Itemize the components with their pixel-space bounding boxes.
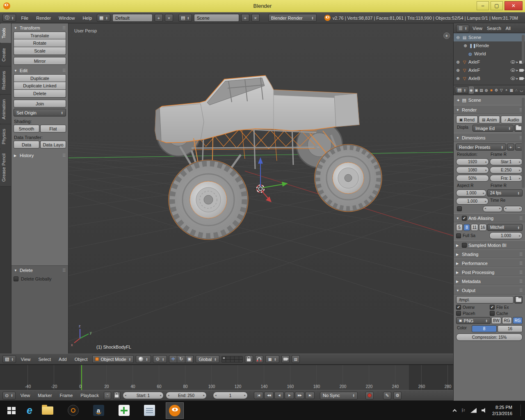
region-expand-button[interactable]: + xyxy=(443,32,450,39)
file-browse-button[interactable] xyxy=(514,296,523,304)
add-screen-layout-button[interactable] xyxy=(155,14,163,22)
resolution-x-field[interactable]: 1920 xyxy=(456,158,489,165)
tab-data-context[interactable]: ▽ xyxy=(499,87,504,94)
frame-start-field[interactable]: Start: 1 xyxy=(123,392,164,399)
opengl-render-anim-button[interactable]: ▤ xyxy=(292,355,300,363)
aspect-y-field[interactable]: 1.000 xyxy=(456,198,488,205)
tab-animation[interactable]: Animation xyxy=(0,95,11,124)
render-still-button[interactable]: ▣Rend xyxy=(456,116,478,123)
outliner-filter-menu[interactable]: All xyxy=(504,25,512,32)
speaker-icon[interactable] xyxy=(482,408,487,413)
anti-aliasing-checkbox[interactable] xyxy=(462,216,467,221)
use-preview-range-button[interactable]: ⏍ xyxy=(104,392,111,399)
viewport-menu-view[interactable]: View xyxy=(18,356,34,363)
post-processing-panel-header[interactable]: Post Processing xyxy=(454,267,525,276)
panel-grip-icon[interactable] xyxy=(62,68,66,73)
frame-end-field[interactable]: End: 250 xyxy=(166,392,207,399)
render-presets-menu[interactable]: Render Presets xyxy=(456,144,506,151)
blender-taskbar-button[interactable] xyxy=(166,402,184,419)
show-desktop-button[interactable] xyxy=(520,404,523,416)
snap-toggle-button[interactable] xyxy=(255,355,263,363)
viewport-3d[interactable]: z y x User Persp (1) ShockBodyFL + xyxy=(68,23,453,354)
outliner-item-world[interactable]: ◍ World xyxy=(454,50,525,58)
eye-icon[interactable] xyxy=(511,60,515,64)
eye-icon[interactable] xyxy=(511,77,515,80)
play-button[interactable]: ▶ xyxy=(285,392,294,399)
scale-manipulator-button[interactable]: ▣ xyxy=(185,355,194,363)
pivot-point-menu[interactable]: ⊙ xyxy=(153,355,167,363)
sampled-motion-blur-checkbox[interactable] xyxy=(462,243,467,248)
panel-expand-icon[interactable] xyxy=(14,154,18,158)
render-visibility-icon[interactable] xyxy=(519,77,523,80)
eye-icon[interactable] xyxy=(511,68,515,72)
tab-physics-context[interactable]: ◡ xyxy=(519,87,524,94)
outliner-item-axlef-2[interactable]: ⊕ ▽ AxleF ▸ xyxy=(454,66,525,74)
tab-texture-context[interactable]: ▦ xyxy=(509,87,514,94)
tab-object-context[interactable]: ■ xyxy=(489,87,493,94)
outliner-item-axleb[interactable]: ⊕ ▽ AxleB ▸ xyxy=(454,74,525,82)
selectability-icon[interactable]: ▸ xyxy=(516,60,518,64)
rotate-manipulator-button[interactable]: ↻ xyxy=(177,355,185,363)
timeline-menu-playback[interactable]: Playback xyxy=(78,392,102,399)
aa-samples-11-button[interactable]: 11 xyxy=(471,224,478,231)
render-anim-button[interactable]: ▤Anim xyxy=(479,116,500,123)
aa-samples-16-button[interactable]: 16 xyxy=(479,224,486,231)
aa-samples-5-button[interactable]: 5 xyxy=(456,224,463,231)
frame-start-field[interactable]: Star:1 xyxy=(490,158,523,165)
timeline-menu-frame[interactable]: Frame xyxy=(57,392,76,399)
lock-time-button[interactable] xyxy=(113,392,121,399)
panel-grip-icon[interactable] xyxy=(519,261,523,265)
set-origin-menu[interactable]: Set Origin xyxy=(14,109,66,116)
snap-element-menu[interactable]: ▦ xyxy=(265,355,279,363)
tab-tools[interactable]: Tools xyxy=(0,23,11,43)
border-checkbox[interactable] xyxy=(457,206,462,211)
output-panel-header[interactable]: Output xyxy=(454,285,525,294)
panel-expand-icon[interactable] xyxy=(456,262,460,265)
mode-menu[interactable]: Object Mode xyxy=(92,355,134,363)
duplicate-button[interactable]: Duplicate xyxy=(14,74,66,82)
anti-aliasing-panel-header[interactable]: Anti-Aliasing xyxy=(454,213,525,222)
internet-explorer-button[interactable] xyxy=(21,402,39,419)
menu-window[interactable]: Window xyxy=(56,15,78,21)
menu-file[interactable]: File xyxy=(18,15,31,21)
panel-expand-icon[interactable] xyxy=(456,289,460,292)
operator-panel-header[interactable]: Delete xyxy=(11,266,68,274)
panel-expand-icon[interactable] xyxy=(456,253,460,256)
aa-filter-menu[interactable]: Mitchell xyxy=(487,224,523,231)
placeholders-checkbox[interactable] xyxy=(456,311,461,316)
aa-samples-8-button[interactable]: 8 xyxy=(463,224,470,231)
translate-manipulator-button[interactable]: ✛ xyxy=(169,355,177,363)
shade-smooth-button[interactable]: Smooth xyxy=(14,125,39,132)
editor-type-button-timeline[interactable]: ⊙ xyxy=(2,392,16,399)
delete-scene-button[interactable] xyxy=(251,14,260,22)
jump-to-start-button[interactable]: |◀ xyxy=(254,392,263,399)
aspect-x-field[interactable]: 1.000 xyxy=(456,189,486,196)
menu-help[interactable]: Help xyxy=(80,15,95,21)
metadata-panel-header[interactable]: Metadata xyxy=(454,276,525,285)
render-audio-button[interactable]: ♪Audio xyxy=(501,116,523,123)
keying-set-button[interactable]: ✎ xyxy=(383,392,391,399)
display-lock-button[interactable] xyxy=(514,125,523,132)
minimize-button[interactable]: – xyxy=(477,1,489,10)
aa-filter-size-field[interactable]: 1.000 xyxy=(489,232,523,239)
transfer-data-button[interactable]: Data xyxy=(14,141,39,148)
delete-screen-layout-button[interactable] xyxy=(165,14,173,22)
dimensions-panel-header[interactable]: Dimensions xyxy=(454,133,525,142)
transform-panel-header[interactable]: Transform xyxy=(11,23,68,32)
color-mode-bw-button[interactable]: BW xyxy=(491,317,501,324)
current-frame-field[interactable]: 1 xyxy=(213,392,248,399)
color-mode-rgba-button[interactable]: RG xyxy=(513,317,523,324)
panel-grip-icon[interactable] xyxy=(519,252,523,256)
tab-render-layers-context[interactable]: ▣ xyxy=(474,87,479,94)
lock-to-scene-button[interactable] xyxy=(245,355,253,363)
viewport-menu-add[interactable]: Add xyxy=(56,356,70,363)
panel-expand-icon[interactable] xyxy=(456,244,460,247)
tab-grease-pencil[interactable]: Grease Pencil xyxy=(0,149,11,187)
next-keyframe-button[interactable]: ▶▶ xyxy=(295,392,304,399)
previous-keyframe-button[interactable]: ◀◀ xyxy=(264,392,274,399)
insert-keyframe-button[interactable]: ⚙ xyxy=(393,392,402,399)
panel-expand-icon[interactable] xyxy=(456,108,460,112)
rotate-button[interactable]: Rotate xyxy=(14,39,66,47)
panel-grip-icon[interactable] xyxy=(62,26,66,30)
editor-type-button-properties[interactable]: ▤ xyxy=(455,87,468,94)
